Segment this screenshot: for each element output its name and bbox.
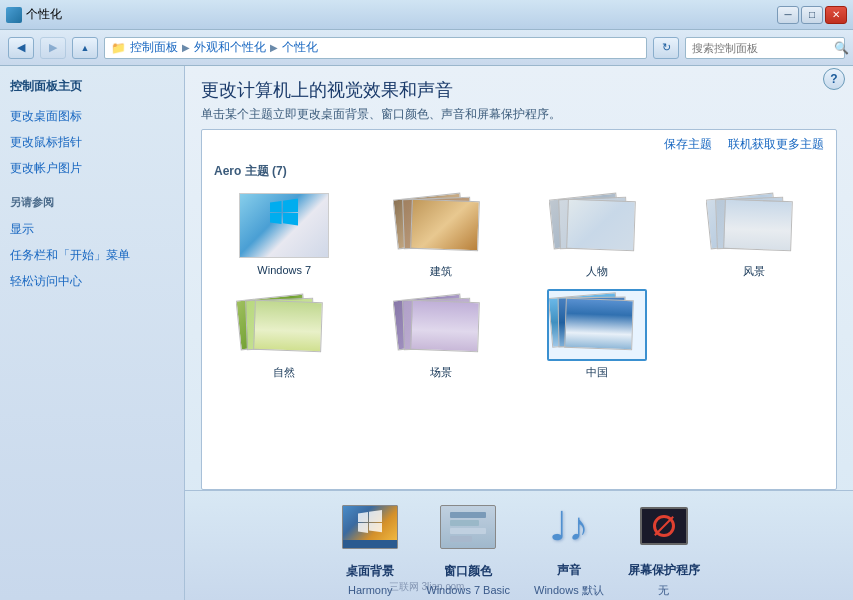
breadcrumb-item-2[interactable]: 外观和个性化 [194, 39, 266, 56]
theme-arch-label: 建筑 [430, 264, 452, 279]
screen-saver-item[interactable]: 屏幕保护程序 无 [628, 494, 700, 598]
sidebar-link-taskbar[interactable]: 任务栏和「开始」菜单 [10, 244, 174, 266]
get-more-link[interactable]: 联机获取更多主题 [728, 136, 824, 153]
desktop-bg-label-main: 桌面背景 [346, 563, 394, 580]
window-title: 个性化 [26, 6, 62, 23]
up-button[interactable]: ▲ [72, 37, 98, 59]
maximize-button[interactable]: □ [801, 6, 823, 24]
screen-saver-label-main: 屏幕保护程序 [628, 562, 700, 579]
also-see-label: 另请参阅 [10, 195, 174, 210]
save-theme-link[interactable]: 保存主题 [664, 136, 712, 153]
theme-china-label: 中国 [586, 365, 608, 380]
desktop-bg-label-sub: Harmony [348, 584, 393, 596]
sidebar-link-account-pic[interactable]: 更改帐户图片 [10, 157, 174, 179]
sidebar-link-display[interactable]: 显示 [10, 218, 174, 240]
window-color-label-main: 窗口颜色 [444, 563, 492, 580]
sound-label-sub: Windows 默认 [534, 583, 604, 598]
theme-scene[interactable]: 场景 [371, 289, 512, 380]
theme-win7-label: Windows 7 [257, 264, 311, 276]
breadcrumb-item-3[interactable]: 个性化 [282, 39, 318, 56]
theme-landscape-label: 风景 [743, 264, 765, 279]
page-title: 更改计算机上的视觉效果和声音 [201, 78, 837, 102]
search-icon[interactable]: 🔍 [834, 41, 849, 55]
titlebar: 个性化 ─ □ ✕ [0, 0, 853, 30]
theme-people[interactable]: 人物 [527, 188, 668, 279]
theme-arch[interactable]: 建筑 [371, 188, 512, 279]
breadcrumb-item-1[interactable]: 控制面板 [130, 39, 178, 56]
folder-small-icon: 📁 [111, 41, 126, 55]
window-color-icon [440, 505, 496, 549]
content-area: 更改计算机上的视觉效果和声音 单击某个主题立即更改桌面背景、窗口颜色、声音和屏幕… [185, 66, 853, 600]
watermark: 三联网 3lian.com [389, 580, 465, 594]
bottom-bar: 桌面背景 Harmony 窗口颜色 Windows 7 [185, 490, 853, 600]
breadcrumb: 📁 控制面板 ▶ 外观和个性化 ▶ 个性化 [104, 37, 647, 59]
theme-nature[interactable]: 自然 [214, 289, 355, 380]
back-button[interactable]: ◀ [8, 37, 34, 59]
theme-china[interactable]: 中国 [527, 289, 668, 380]
sidebar: 控制面板主页 更改桌面图标 更改鼠标指针 更改帐户图片 另请参阅 显示 任务栏和… [0, 66, 185, 600]
sound-item[interactable]: ♩♪ 声音 Windows 默认 [534, 494, 604, 598]
refresh-button[interactable]: ↻ [653, 37, 679, 59]
search-bar: 🔍 [685, 37, 845, 59]
sidebar-main-link[interactable]: 控制面板主页 [10, 78, 174, 95]
window-icon [6, 7, 22, 23]
close-button[interactable]: ✕ [825, 6, 847, 24]
forward-button[interactable]: ▶ [40, 37, 66, 59]
desktop-bg-icon [342, 505, 398, 549]
addressbar: ◀ ▶ ▲ 📁 控制面板 ▶ 外观和个性化 ▶ 个性化 ↻ 🔍 [0, 30, 853, 66]
page-subtitle: 单击某个主题立即更改桌面背景、窗口颜色、声音和屏幕保护程序。 [201, 106, 837, 123]
win-logo-icon [358, 510, 382, 534]
sound-icon: ♩♪ [549, 503, 588, 549]
screen-saver-label-sub: 无 [658, 583, 669, 598]
themes-panel: 保存主题 联机获取更多主题 Aero 主题 (7) [201, 129, 837, 490]
sidebar-link-mouse-pointer[interactable]: 更改鼠标指针 [10, 131, 174, 153]
help-button[interactable]: ? [823, 68, 845, 90]
aero-section-label: Aero 主题 (7) [202, 159, 836, 188]
sound-label-main: 声音 [557, 562, 581, 579]
theme-people-label: 人物 [586, 264, 608, 279]
theme-win7[interactable]: Windows 7 [214, 188, 355, 279]
theme-landscape[interactable]: 风景 [684, 188, 825, 279]
sidebar-link-desktop-icons[interactable]: 更改桌面图标 [10, 105, 174, 127]
minimize-button[interactable]: ─ [777, 6, 799, 24]
search-input[interactable] [692, 42, 830, 54]
screen-saver-icon [640, 507, 688, 545]
theme-nature-label: 自然 [273, 365, 295, 380]
sidebar-link-accessibility[interactable]: 轻松访问中心 [10, 270, 174, 292]
theme-scene-label: 场景 [430, 365, 452, 380]
